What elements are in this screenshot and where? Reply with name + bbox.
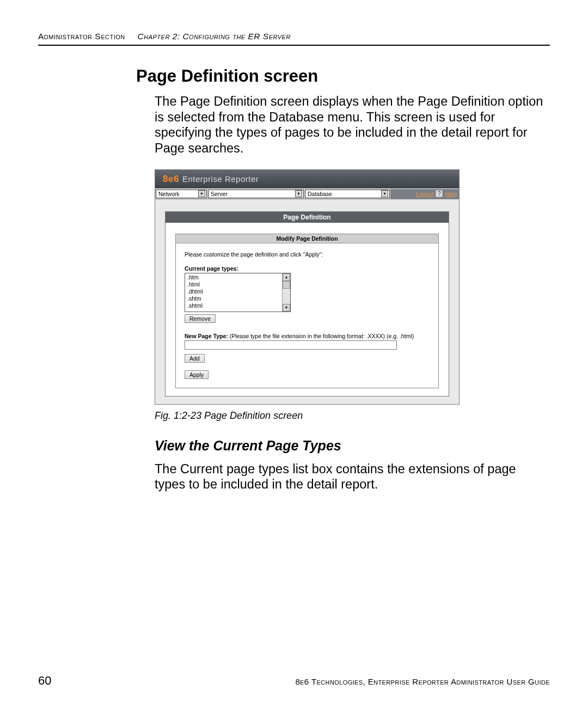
brand-suffix: Enterprise Reporter — [182, 174, 259, 184]
sub-paragraph: The Current page types list box contains… — [155, 461, 550, 492]
list-item[interactable]: .shtm — [187, 295, 280, 302]
remove-button[interactable]: Remove — [185, 314, 216, 323]
app-window: 8e6 Enterprise Reporter Network ▼ Server… — [155, 169, 460, 405]
header-chapter: Chapter 2: Configuring the ER Server — [138, 32, 291, 41]
list-item[interactable]: .htm — [187, 274, 280, 281]
add-button[interactable]: Add — [185, 354, 205, 363]
list-item[interactable]: .html — [187, 281, 280, 288]
panel-sub-title: Modify Page Definition — [176, 234, 438, 243]
current-page-types-label: Current page types: — [185, 265, 430, 272]
apply-button[interactable]: Apply — [185, 370, 209, 379]
panel-title: Page Definition — [166, 212, 449, 223]
page-types-listbox[interactable]: .htm .html .dhtml .shtm .shtml ▲ — [185, 273, 291, 312]
page-number: 60 — [38, 674, 51, 688]
menu-network-label: Network — [158, 191, 180, 197]
list-item[interactable]: .dhtml — [187, 288, 280, 295]
list-item[interactable]: .shtml — [187, 302, 280, 309]
dropdown-arrow-icon: ▼ — [198, 190, 205, 197]
help-icon[interactable]: ? — [436, 190, 443, 197]
instruction-text: Please customize the page definition and… — [185, 251, 430, 258]
new-page-type-input[interactable] — [185, 340, 397, 350]
dropdown-arrow-icon: ▼ — [381, 190, 388, 197]
menu-server-label: Server — [211, 191, 228, 197]
scroll-thumb[interactable] — [283, 281, 290, 289]
page-footer: 60 8e6 Technologies, Enterprise Reporter… — [38, 674, 550, 688]
menu-network[interactable]: Network ▼ — [156, 190, 207, 198]
running-header: Administrator Section Chapter 2: Configu… — [38, 32, 550, 46]
logout-link[interactable]: Logout — [416, 191, 433, 197]
new-page-type-hint: (Please type the file extension in the f… — [228, 333, 414, 339]
scrollbar[interactable]: ▲ ▼ — [282, 273, 290, 312]
scroll-up-icon[interactable]: ▲ — [283, 273, 290, 281]
panel-sub: Modify Page Definition Please customize … — [175, 234, 439, 388]
scroll-track[interactable] — [283, 289, 290, 304]
brand-prefix: 8e6 — [163, 174, 179, 185]
figure-caption: Fig. 1:2-23 Page Definition screen — [155, 410, 550, 422]
subheading: View the Current Page Types — [155, 438, 550, 454]
header-section: Administrator Section — [38, 32, 125, 41]
menu-database[interactable]: Database ▼ — [305, 190, 390, 198]
page-types-list[interactable]: .htm .html .dhtml .shtm .shtml — [185, 273, 282, 312]
scroll-down-icon[interactable]: ▼ — [283, 304, 290, 312]
page-title: Page Definition screen — [136, 66, 550, 86]
panel-outer: Page Definition Modify Page Definition P… — [165, 211, 449, 396]
app-titlebar: 8e6 Enterprise Reporter — [155, 170, 459, 188]
menu-database-label: Database — [308, 191, 332, 197]
intro-paragraph: The Page Definition screen displays when… — [155, 94, 550, 156]
help-link[interactable]: Help — [445, 191, 457, 197]
menubar: Network ▼ Server ▼ Database ▼ Logout ? H… — [155, 188, 459, 199]
menu-server[interactable]: Server ▼ — [208, 190, 304, 198]
dropdown-arrow-icon: ▼ — [295, 190, 302, 197]
footer-text: 8e6 Technologies, Enterprise Reporter Ad… — [295, 677, 550, 686]
new-page-type-label: New Page Type: — [185, 333, 228, 339]
